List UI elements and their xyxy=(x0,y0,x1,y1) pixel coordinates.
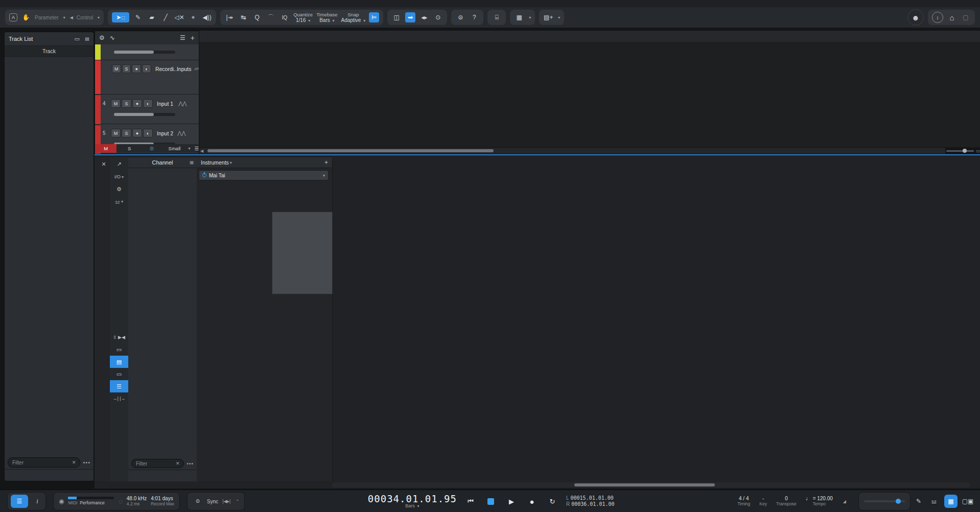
mixer-icon[interactable]: ≣ xyxy=(84,36,90,41)
folder-record-button[interactable]: ● xyxy=(132,64,141,73)
partial-track-row[interactable] xyxy=(101,44,199,60)
track-size-dropdown-icon[interactable]: ▾ xyxy=(188,146,190,151)
record-button[interactable]: ● xyxy=(132,99,142,108)
instrument-power-icon[interactable] xyxy=(202,173,206,177)
timeline-ruler[interactable] xyxy=(199,31,980,42)
track-name[interactable]: Input 1 xyxy=(157,101,173,107)
channel-filter-clear-icon[interactable]: ✕ xyxy=(176,461,180,466)
channel-filter-input[interactable]: Filter ✕ xyxy=(131,459,184,468)
timestretch-left-icon[interactable]: |↠ xyxy=(224,12,235,22)
timebase-control[interactable]: Timebase Bars ▾ xyxy=(316,12,337,24)
left-locator[interactable]: 00015.01.01.00 xyxy=(571,495,614,501)
loop-button[interactable]: ↻ xyxy=(546,495,559,507)
solo-button[interactable]: S xyxy=(122,99,131,108)
tempo-expand-icon[interactable]: ◢ xyxy=(843,499,846,504)
video-icon[interactable]: ⌸ xyxy=(492,12,502,22)
instruments-rack-toggle[interactable]: ▤ xyxy=(110,356,128,368)
bend-marker-icon[interactable]: ⌒ xyxy=(266,12,276,22)
channel-list-toggle[interactable]: ☰ xyxy=(110,380,128,392)
play-button[interactable]: ▶ xyxy=(505,495,518,507)
cursor-split-icon[interactable]: ◂▸ xyxy=(419,12,429,22)
solo-button[interactable]: S xyxy=(122,129,131,137)
track-filter-input[interactable]: Filter ✕ xyxy=(8,457,80,468)
sync-power-icon[interactable]: ⏼ xyxy=(193,496,203,506)
quantize-value-control[interactable]: Quantize 1/16 ▾ xyxy=(293,12,313,24)
automation-curve-icon[interactable]: ∿ xyxy=(110,34,115,41)
right-locator[interactable]: 00036.01.01.00 xyxy=(571,501,614,507)
instrument-item[interactable]: Mai Tai ▾ xyxy=(199,170,329,180)
record-button[interactable]: ● xyxy=(132,129,142,137)
console-detach-icon[interactable]: ↗ xyxy=(110,157,128,171)
scroll-channel-icons[interactable]: →| |→ xyxy=(110,392,128,405)
console-hscroll-thumb[interactable] xyxy=(574,483,715,486)
folder-monitor-button[interactable]: ◐ xyxy=(142,64,151,73)
monitor-volume-slider[interactable] xyxy=(864,500,905,502)
track-edit-panel-icon[interactable]: ◫ xyxy=(391,12,402,22)
channel-strip-icon[interactable]: ⚍▾ xyxy=(110,195,128,207)
record-button-transport[interactable]: ● xyxy=(525,495,539,507)
split-tool[interactable]: ⌖ xyxy=(188,12,198,22)
key-value[interactable]: - xyxy=(759,496,767,501)
line-tool[interactable]: ╱ xyxy=(160,12,171,22)
info-toggle[interactable]: i xyxy=(32,496,42,506)
grid-view-icon[interactable]: ▦ xyxy=(514,12,524,22)
io-toggle[interactable]: I/O▾ xyxy=(110,171,128,183)
arrange-hscrollbar[interactable]: ◀ xyxy=(199,148,945,154)
folder-solo-state[interactable]: S xyxy=(116,146,142,151)
eraser-tool[interactable]: ▰ xyxy=(147,12,157,22)
page-icon[interactable]: ▢ xyxy=(961,12,971,22)
listen-tool[interactable]: ◀)) xyxy=(202,12,212,22)
channel-filter-more[interactable]: ••• xyxy=(186,461,194,467)
playhead-time[interactable]: 00034.01.01.95 xyxy=(368,494,457,503)
paint-tool[interactable]: ✎ xyxy=(133,12,143,22)
console-wrench-icon[interactable]: ⚙ xyxy=(110,183,128,195)
timestretch-right-icon[interactable]: ↹ xyxy=(238,12,248,22)
control-back-icon[interactable]: ◀ xyxy=(70,15,73,20)
stop-button[interactable] xyxy=(484,495,498,507)
help-icon[interactable]: ? xyxy=(469,12,479,22)
return-to-start-button[interactable]: ⏮ xyxy=(464,495,477,507)
loop-follow-icon[interactable]: ⊙ xyxy=(433,12,443,22)
timesig-value[interactable]: 4 / 4 xyxy=(737,496,750,501)
scroll-left-icon[interactable]: ◀ xyxy=(200,149,203,153)
control-label[interactable]: Control xyxy=(77,15,93,20)
editor-toggle[interactable]: ☰ xyxy=(11,495,28,508)
power-icon[interactable]: ⏼ xyxy=(142,146,161,152)
profile-icon[interactable]: ☻ xyxy=(907,9,924,26)
time-unit[interactable]: Bars xyxy=(405,503,415,508)
folder-solo-button[interactable]: S xyxy=(122,64,131,73)
mute-button[interactable]: M xyxy=(111,129,121,137)
autoscroll-icon[interactable]: ➡ xyxy=(405,12,415,22)
macro-controls-icon[interactable]: ⊜ xyxy=(455,12,465,22)
folder-mute-button[interactable]: M xyxy=(112,64,121,73)
browser-toggle[interactable]: ▢▣ xyxy=(963,496,973,506)
filter-clear-icon[interactable]: ✕ xyxy=(72,460,76,465)
control-dropdown-icon[interactable]: ▾ xyxy=(98,15,100,20)
arrow-tool[interactable]: ➤⬚ xyxy=(112,12,129,22)
zoom-slider[interactable] xyxy=(946,150,974,152)
track-layout-dropdown-icon[interactable]: ▾ xyxy=(558,15,560,20)
hand-icon[interactable]: ✋ xyxy=(21,12,31,22)
track-row-input1[interactable]: 4 M S ● ◐ Input 1 ⋀⋀ xyxy=(101,95,199,124)
input-quantize-icon[interactable]: IQ xyxy=(279,12,290,22)
home-icon[interactable]: ⌂ xyxy=(947,12,957,22)
track-layout-icon[interactable]: ▤+ xyxy=(543,12,553,22)
pencil-icon[interactable]: ✎ xyxy=(914,496,924,506)
folder-track-row[interactable]: M S ● ◐ Recordi..Inputs ▱ xyxy=(101,60,199,95)
instruments-dropdown-icon[interactable]: ▾ xyxy=(230,160,232,165)
transpose-value[interactable]: 0 xyxy=(776,496,797,501)
mute-tool[interactable]: ◁✕ xyxy=(174,12,184,22)
instrument-expand-icon[interactable]: ▾ xyxy=(323,173,325,178)
parameter-label[interactable]: Parameter xyxy=(35,15,59,20)
parameter-dropdown-icon[interactable]: ▾ xyxy=(63,15,65,20)
banks-icon[interactable]: ▭ xyxy=(110,368,128,380)
narrow-channels-icon[interactable]: ▭ xyxy=(110,343,128,356)
snap-toggle[interactable]: ⊨ xyxy=(369,12,379,22)
mute-button[interactable]: M xyxy=(111,99,121,108)
monitor-button[interactable]: ◐ xyxy=(143,129,153,137)
track-size-value[interactable]: Small xyxy=(162,146,188,151)
console-view-toggle[interactable]: ▦ xyxy=(944,495,958,508)
filter-more-button[interactable]: ••• xyxy=(83,459,90,466)
track-list-toggle-icon[interactable]: ☰ xyxy=(180,34,185,41)
add-instrument-button[interactable]: + xyxy=(324,159,328,166)
